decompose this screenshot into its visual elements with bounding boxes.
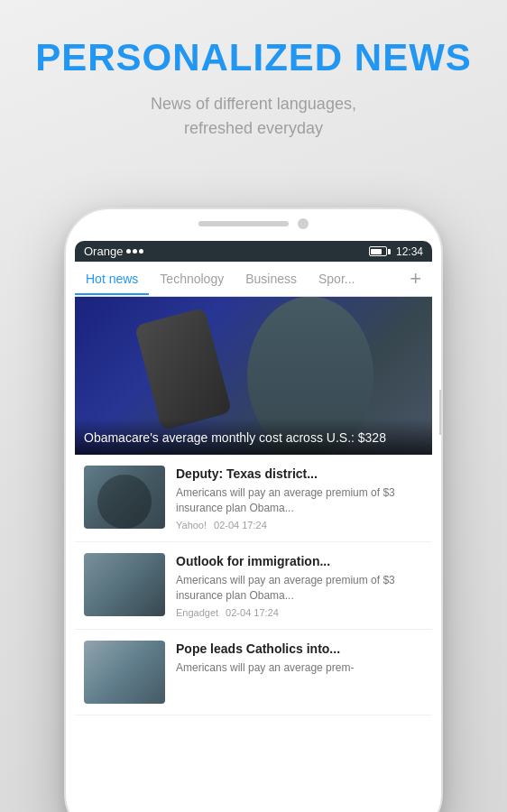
news-meta-2: Engadget 02-04 17:24 [176, 607, 423, 618]
carrier-name: Orange [84, 245, 123, 258]
phone-shell: Orange 12:34 [64, 208, 443, 812]
page-title: PERSONALIZED NEWS [27, 36, 480, 79]
battery-fill [371, 249, 382, 254]
news-desc-1: Americans will pay an average premium of… [176, 485, 423, 516]
news-thumbnail-1 [84, 466, 165, 529]
hero-image: Obamacare's average monthly cost across … [75, 297, 432, 455]
carrier-dot-2 [133, 249, 137, 254]
news-content-3: Pope leads Catholics into... Americans w… [176, 641, 423, 704]
hero-headline: Obamacare's average monthly cost across … [84, 429, 423, 448]
page-subtitle: News of different languages,refreshed ev… [27, 92, 480, 141]
hero-figure-arm [134, 308, 232, 431]
carrier-dot-1 [126, 249, 131, 254]
tab-bar: Hot news Technology Business Spor... + [75, 262, 432, 297]
news-time-1: 02-04 17:24 [214, 520, 267, 531]
list-item[interactable]: Deputy: Texas district... Americans will… [75, 455, 432, 542]
news-list: Deputy: Texas district... Americans will… [75, 455, 432, 715]
battery-icon [369, 246, 391, 256]
carrier-info: Orange [84, 245, 143, 258]
news-time-2: 02-04 17:24 [226, 607, 279, 618]
phone-mockup: Orange 12:34 [64, 208, 443, 812]
news-content-1: Deputy: Texas district... Americans will… [176, 466, 423, 531]
status-time: 12:34 [396, 245, 423, 258]
news-content-2: Outlook for immigration... Americans wil… [176, 553, 423, 618]
tab-hot-news[interactable]: Hot news [75, 263, 149, 295]
news-desc-3: Americans will pay an average prem- [176, 660, 423, 700]
news-source-1: Yahoo! [176, 520, 207, 531]
phone-screen: Orange 12:34 [75, 241, 432, 806]
news-title-2: Outlook for immigration... [176, 553, 423, 569]
news-thumbnail-2 [84, 553, 165, 616]
tab-sports[interactable]: Spor... [308, 263, 365, 295]
tab-technology[interactable]: Technology [149, 263, 235, 295]
news-desc-2: Americans will pay an average premium of… [176, 573, 423, 604]
battery-tip [388, 249, 391, 254]
tab-business[interactable]: Business [235, 263, 308, 295]
list-item[interactable]: Outlook for immigration... Americans wil… [75, 542, 432, 630]
phone-notch [198, 221, 289, 226]
add-tab-button[interactable]: + [399, 262, 432, 296]
phone-side-button [439, 390, 443, 435]
news-source-2: Engadget [176, 607, 218, 618]
news-meta-1: Yahoo! 02-04 17:24 [176, 520, 423, 531]
header-section: PERSONALIZED NEWS News of different lang… [0, 0, 507, 159]
status-bar: Orange 12:34 [75, 241, 432, 262]
carrier-signal [126, 249, 143, 254]
carrier-dot-3 [139, 249, 143, 254]
phone-top-bar [198, 218, 309, 229]
phone-camera-dot [298, 218, 309, 229]
news-title-3: Pope leads Catholics into... [176, 641, 423, 657]
status-right: 12:34 [369, 245, 423, 258]
news-title-1: Deputy: Texas district... [176, 466, 423, 482]
battery-body [369, 246, 387, 256]
list-item[interactable]: Pope leads Catholics into... Americans w… [75, 630, 432, 715]
news-thumbnail-3 [84, 641, 165, 704]
hero-overlay: Obamacare's average monthly cost across … [75, 419, 432, 455]
